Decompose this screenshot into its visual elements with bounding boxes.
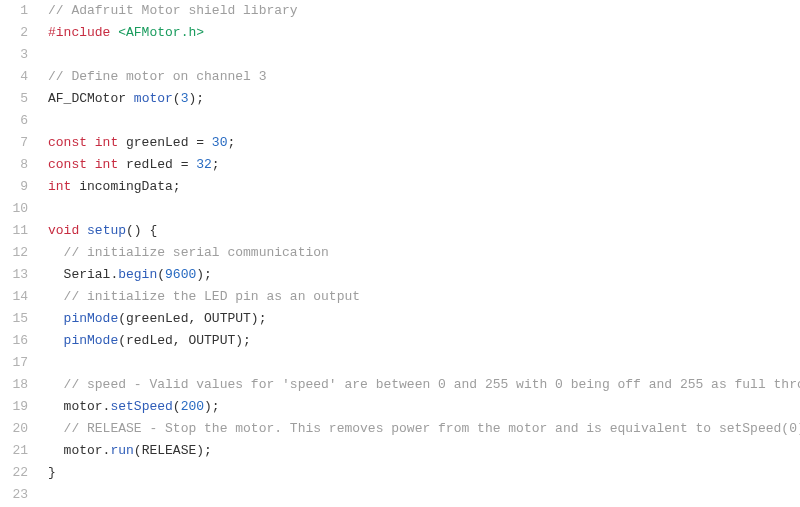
token: <AFMotor.h> xyxy=(118,25,204,40)
token: 9600 xyxy=(165,267,196,282)
code-line: motor.run(RELEASE); xyxy=(48,440,800,462)
code-line: } xyxy=(48,462,800,484)
token: 30 xyxy=(212,135,228,150)
code-line: int incomingData; xyxy=(48,176,800,198)
token: greenLed = xyxy=(118,135,212,150)
code-line: pinMode(greenLed, OUTPUT); xyxy=(48,308,800,330)
line-number: 4 xyxy=(0,66,28,88)
line-number-gutter: 1234567891011121314151617181920212223 xyxy=(0,0,40,506)
token: #include xyxy=(48,25,118,40)
code-line: // initialize serial communication xyxy=(48,242,800,264)
token: const int xyxy=(48,157,118,172)
token: (redLed, OUTPUT); xyxy=(118,333,251,348)
line-number: 1 xyxy=(0,0,28,22)
code-line: // speed - Valid values for 'speed' are … xyxy=(48,374,800,396)
code-line: AF_DCMotor motor(3); xyxy=(48,88,800,110)
line-number: 11 xyxy=(0,220,28,242)
line-number: 9 xyxy=(0,176,28,198)
token: void xyxy=(48,223,79,238)
token: pinMode xyxy=(64,311,119,326)
line-number: 13 xyxy=(0,264,28,286)
token: ( xyxy=(173,399,181,414)
token: ); xyxy=(188,91,204,106)
token: run xyxy=(110,443,133,458)
line-number: 3 xyxy=(0,44,28,66)
line-number: 14 xyxy=(0,286,28,308)
token: int xyxy=(48,179,71,194)
token: // Define motor on channel 3 xyxy=(48,69,266,84)
line-number: 12 xyxy=(0,242,28,264)
token xyxy=(48,289,64,304)
token xyxy=(48,421,64,436)
token: } xyxy=(48,465,56,480)
token xyxy=(48,377,64,392)
token: motor. xyxy=(48,443,110,458)
line-number: 23 xyxy=(0,484,28,506)
token: (greenLed, OUTPUT); xyxy=(118,311,266,326)
code-line: // RELEASE - Stop the motor. This remove… xyxy=(48,418,800,440)
line-number: 6 xyxy=(0,110,28,132)
token: ( xyxy=(157,267,165,282)
token: motor xyxy=(134,91,173,106)
code-line: #include <AFMotor.h> xyxy=(48,22,800,44)
line-number: 20 xyxy=(0,418,28,440)
token: const int xyxy=(48,135,118,150)
code-line xyxy=(48,352,800,374)
token: (RELEASE); xyxy=(134,443,212,458)
token: // initialize the LED pin as an output xyxy=(64,289,360,304)
code-line xyxy=(48,198,800,220)
code-line: pinMode(redLed, OUTPUT); xyxy=(48,330,800,352)
code-line xyxy=(48,44,800,66)
code-line xyxy=(48,484,800,506)
token: AF_DCMotor xyxy=(48,91,134,106)
token: 200 xyxy=(181,399,204,414)
line-number: 16 xyxy=(0,330,28,352)
code-line: motor.setSpeed(200); xyxy=(48,396,800,418)
token xyxy=(48,333,64,348)
token: // RELEASE - Stop the motor. This remove… xyxy=(64,421,800,436)
token: // initialize serial communication xyxy=(64,245,329,260)
token: () { xyxy=(126,223,157,238)
line-number: 5 xyxy=(0,88,28,110)
code-line: // initialize the LED pin as an output xyxy=(48,286,800,308)
token xyxy=(48,311,64,326)
token: ; xyxy=(227,135,235,150)
token: // Adafruit Motor shield library xyxy=(48,3,298,18)
token: motor. xyxy=(48,399,110,414)
line-number: 8 xyxy=(0,154,28,176)
line-number: 21 xyxy=(0,440,28,462)
token: 32 xyxy=(196,157,212,172)
code-line: const int redLed = 32; xyxy=(48,154,800,176)
code-line: // Define motor on channel 3 xyxy=(48,66,800,88)
token: ); xyxy=(196,267,212,282)
token: // speed - Valid values for 'speed' are … xyxy=(64,377,800,392)
token: setSpeed xyxy=(110,399,172,414)
token: ); xyxy=(204,399,220,414)
code-line: // Adafruit Motor shield library xyxy=(48,0,800,22)
line-number: 15 xyxy=(0,308,28,330)
code-line: const int greenLed = 30; xyxy=(48,132,800,154)
token xyxy=(48,245,64,260)
code-line: Serial.begin(9600); xyxy=(48,264,800,286)
token: ( xyxy=(173,91,181,106)
code-line xyxy=(48,110,800,132)
code-area: // Adafruit Motor shield library#include… xyxy=(40,0,800,506)
token xyxy=(79,223,87,238)
line-number: 10 xyxy=(0,198,28,220)
line-number: 17 xyxy=(0,352,28,374)
token: begin xyxy=(118,267,157,282)
line-number: 18 xyxy=(0,374,28,396)
code-line: void setup() { xyxy=(48,220,800,242)
token: Serial. xyxy=(48,267,118,282)
line-number: 2 xyxy=(0,22,28,44)
token: redLed = xyxy=(118,157,196,172)
line-number: 19 xyxy=(0,396,28,418)
token: incomingData; xyxy=(71,179,180,194)
line-number: 22 xyxy=(0,462,28,484)
token: pinMode xyxy=(64,333,119,348)
line-number: 7 xyxy=(0,132,28,154)
token: ; xyxy=(212,157,220,172)
token: setup xyxy=(87,223,126,238)
